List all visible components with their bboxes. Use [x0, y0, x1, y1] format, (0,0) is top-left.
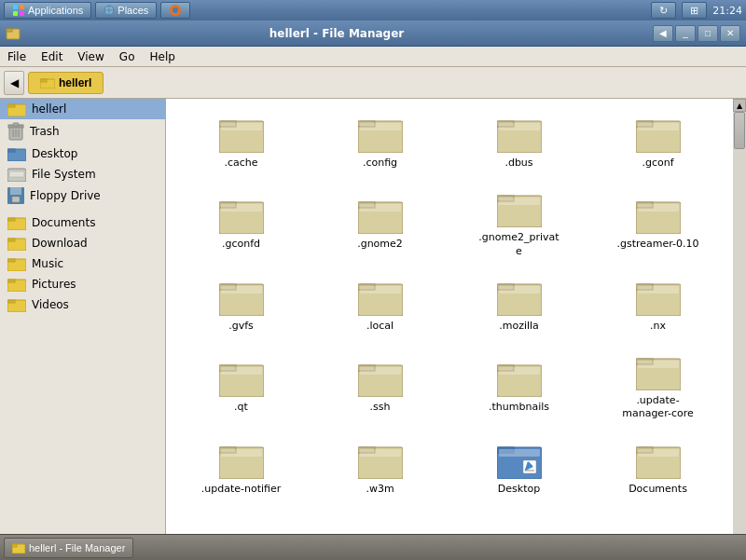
- file-item-dbus[interactable]: .dbus: [453, 108, 585, 175]
- file-item-gnome2[interactable]: .gnome2: [314, 183, 446, 264]
- svg-rect-22: [7, 149, 15, 152]
- pictures-folder-icon: [7, 277, 26, 292]
- file-item-mozilla[interactable]: .mozilla: [453, 271, 585, 338]
- folder-icon-ssh: [358, 358, 403, 397]
- sidebar-item-documents[interactable]: Documents: [0, 212, 165, 233]
- sidebar-item-pictures[interactable]: Pictures: [0, 274, 165, 294]
- svg-rect-101: [638, 449, 679, 457]
- svg-rect-27: [12, 197, 20, 202]
- file-item-update-manager[interactable]: .update-manager-core: [592, 346, 724, 427]
- svg-rect-67: [360, 286, 401, 294]
- sidebar-item-hellerl[interactable]: hellerl: [0, 99, 165, 119]
- file-grid: .cache .config .dbus: [175, 108, 724, 501]
- file-item-desktop[interactable]: Desktop: [453, 434, 585, 501]
- file-label-mozilla: .mozilla: [499, 320, 539, 333]
- minimize-btn[interactable]: _: [675, 25, 696, 42]
- svg-rect-85: [638, 361, 679, 368]
- firefox-button[interactable]: [160, 2, 190, 19]
- top-panel: Applications Places ↻ ⊞ 21:24: [0, 0, 746, 20]
- folder-icon-desktop: [497, 440, 542, 479]
- network-btn[interactable]: ⊞: [682, 2, 707, 19]
- videos-folder-icon: [7, 297, 26, 312]
- menu-edit[interactable]: Edit: [34, 48, 70, 65]
- file-label-desktop: Desktop: [498, 483, 540, 496]
- folder-icon-gnome2-private: [497, 188, 542, 227]
- file-label-update-notifier: .update-notifier: [201, 483, 282, 496]
- places-icon: [104, 5, 115, 16]
- svg-rect-35: [7, 280, 15, 282]
- sidebar-item-music[interactable]: Music: [0, 253, 165, 274]
- menu-file[interactable]: File: [0, 48, 34, 65]
- svg-rect-17: [13, 123, 19, 126]
- folder-icon-gnome2: [358, 195, 403, 234]
- svg-rect-37: [7, 300, 15, 303]
- folder-icon-local: [358, 277, 403, 316]
- file-item-gstreamer[interactable]: .gstreamer-0.10: [592, 183, 724, 264]
- file-label-documents-dir: Documents: [629, 483, 687, 496]
- menu-help[interactable]: Help: [142, 48, 182, 65]
- file-item-gconfd[interactable]: .gconfd: [175, 183, 307, 264]
- file-label-gconf: .gconf: [642, 157, 673, 170]
- titlebar-controls: ◀ _ □ ✕: [653, 25, 740, 42]
- file-item-gnome2-private[interactable]: .gnome2_private: [453, 183, 585, 264]
- filemanager-icon: [6, 26, 21, 41]
- file-label-qt: .qt: [234, 401, 248, 414]
- file-item-gconf[interactable]: .gconf: [592, 108, 724, 175]
- file-item-update-notifier[interactable]: .update-notifier: [175, 434, 307, 501]
- breadcrumb-hellerl[interactable]: hellerl: [28, 72, 104, 94]
- file-item-nx[interactable]: .nx: [592, 271, 724, 338]
- file-item-gvfs[interactable]: .gvfs: [175, 271, 307, 338]
- svg-rect-88: [221, 449, 262, 457]
- scroll-thumb[interactable]: [734, 112, 745, 149]
- back-window-btn[interactable]: ◀: [653, 25, 673, 42]
- taskbar-folder-icon: [12, 542, 25, 553]
- scroll-up-arrow[interactable]: ▲: [733, 99, 746, 112]
- svg-rect-91: [360, 449, 401, 457]
- file-label-local: .local: [366, 320, 394, 333]
- svg-rect-0: [13, 5, 18, 9]
- svg-rect-33: [7, 259, 15, 262]
- svg-rect-70: [499, 286, 540, 294]
- sidebar-item-desktop[interactable]: Desktop: [0, 143, 165, 164]
- file-item-config[interactable]: .config: [314, 108, 446, 175]
- svg-rect-26: [10, 187, 21, 195]
- places-menu[interactable]: Places: [95, 2, 157, 19]
- svg-rect-12: [40, 79, 47, 82]
- folder-icon-documents-dir: [636, 440, 681, 479]
- folder-icon-config: [358, 114, 403, 153]
- svg-rect-64: [221, 286, 262, 294]
- refresh-btn[interactable]: ↻: [651, 2, 676, 19]
- close-btn[interactable]: ✕: [720, 25, 740, 42]
- folder-icon-mozilla: [497, 277, 542, 316]
- applications-menu[interactable]: Applications: [4, 2, 91, 19]
- menu-view[interactable]: View: [70, 48, 111, 65]
- file-item-w3m[interactable]: .w3m: [314, 434, 446, 501]
- sidebar-item-filesystem[interactable]: File System: [0, 164, 165, 184]
- maximize-btn[interactable]: □: [698, 25, 718, 42]
- file-item-thumbnails[interactable]: .thumbnails: [453, 346, 585, 427]
- file-label-config: .config: [363, 157, 397, 170]
- svg-rect-58: [499, 198, 540, 205]
- file-item-documents-dir[interactable]: Documents: [592, 434, 724, 501]
- sidebar-item-download[interactable]: Download: [0, 233, 165, 253]
- menu-go[interactable]: Go: [112, 48, 143, 65]
- sidebar-item-trash[interactable]: Trash: [0, 119, 165, 143]
- file-item-local[interactable]: .local: [314, 271, 446, 338]
- file-item-cache[interactable]: .cache: [175, 108, 307, 175]
- sidebar-download-label: Download: [32, 237, 88, 250]
- taskbar-filemanager-btn[interactable]: hellerl - File Manager: [4, 538, 133, 558]
- desktop-folder-icon: [7, 146, 26, 161]
- documents-folder-icon: [7, 215, 26, 230]
- nav-back-btn[interactable]: ◀: [4, 71, 24, 95]
- folder-icon-dbus: [497, 114, 542, 153]
- file-label-cache: .cache: [224, 157, 257, 170]
- file-item-qt[interactable]: .qt: [175, 346, 307, 427]
- breadcrumb-label: hellerl: [59, 76, 91, 89]
- file-label-gstreamer: .gstreamer-0.10: [616, 238, 698, 251]
- file-item-ssh[interactable]: .ssh: [314, 346, 446, 427]
- scrollbar[interactable]: ▲ ▼: [733, 99, 746, 558]
- file-label-ssh: .ssh: [370, 401, 391, 414]
- sidebar-item-floppy[interactable]: Floppy Drive: [0, 184, 165, 207]
- svg-rect-43: [360, 123, 401, 130]
- sidebar-item-videos[interactable]: Videos: [0, 294, 165, 315]
